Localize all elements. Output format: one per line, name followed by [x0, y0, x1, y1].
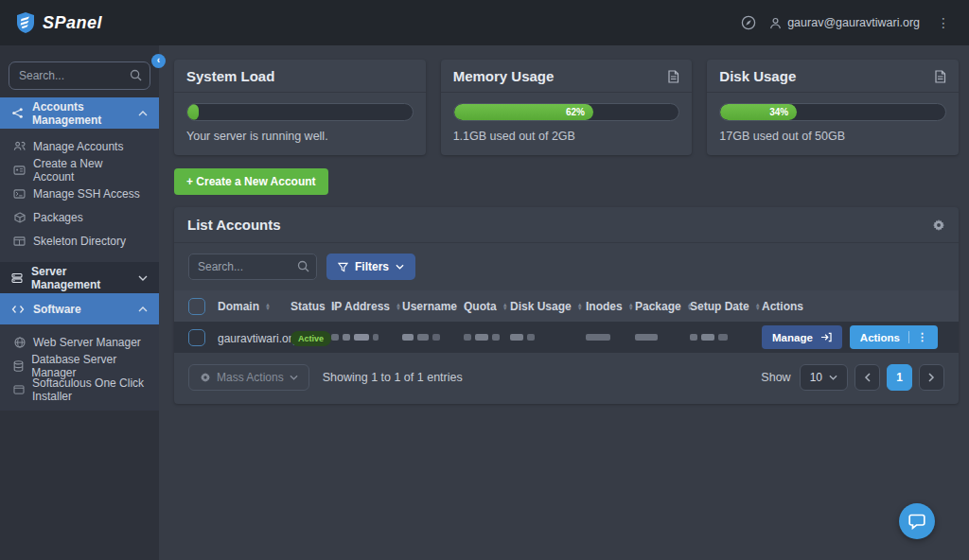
chevron-down-icon — [138, 275, 148, 281]
column-header-disk-usage[interactable]: Disk Usage▲▼ — [510, 300, 586, 313]
column-header-username[interactable]: Username▲▼ — [402, 300, 464, 313]
main-content: System Load Your server is running well.… — [159, 45, 969, 560]
search-icon — [297, 260, 309, 272]
card-memory-usage: Memory Usage 62% 1.1GB used out of 2GB — [441, 60, 693, 155]
filters-button[interactable]: Filters — [326, 254, 415, 280]
mass-actions-label: Mass Actions — [217, 371, 284, 384]
redacted-setup-date — [690, 334, 762, 341]
sidebar-group-accounts-management[interactable]: Accounts Management — [0, 97, 159, 129]
software-items: Web Server Manager Database Server Manag… — [0, 324, 159, 411]
compass-icon[interactable] — [741, 15, 756, 30]
share-nodes-icon — [11, 107, 24, 119]
sidebar-group-software[interactable]: Software — [0, 293, 159, 324]
card-title: System Load — [186, 68, 274, 84]
memory-usage-progressbar: 62% — [453, 103, 680, 121]
chevron-down-icon — [290, 375, 298, 380]
select-all-checkbox[interactable] — [188, 298, 205, 315]
create-new-account-button[interactable]: + Create a New Account — [174, 168, 328, 195]
sort-icon: ▲▼ — [502, 303, 508, 310]
sidebar-item-softaculous-one-click-installer[interactable]: Softaculous One Click Installer — [0, 377, 159, 401]
filter-funnel-icon — [338, 262, 348, 272]
chevron-up-icon — [138, 306, 148, 312]
column-header-domain[interactable]: Domain▲▼ — [218, 300, 291, 313]
sidebar-item-label: Database Server Manager — [31, 353, 146, 379]
sidebar-item-label: Create a New Account — [33, 157, 146, 184]
page-size-select[interactable]: 10 — [800, 364, 848, 391]
list-accounts-panel: List Accounts Filters — [174, 207, 959, 404]
chat-bubble-icon — [908, 514, 925, 530]
report-file-icon[interactable] — [934, 70, 946, 83]
table-row: gauravtiwari.org Active — [174, 322, 959, 353]
sidebar-item-label: Packages — [33, 211, 83, 224]
table-icon — [13, 236, 26, 246]
column-header-ip-address[interactable]: IP Address▲▼ — [331, 300, 402, 313]
sort-icon: ▲▼ — [628, 303, 634, 310]
user-menu[interactable]: gaurav@gauravtiwari.org — [769, 16, 920, 29]
live-chat-button[interactable] — [899, 503, 935, 539]
sidebar-item-label: Manage SSH Access — [33, 187, 140, 201]
sidebar-item-label: Web Server Manager — [33, 336, 141, 349]
previous-page-button[interactable] — [854, 364, 880, 391]
mass-actions-button[interactable]: Mass Actions — [188, 364, 309, 391]
showing-entries-text: Showing 1 to 1 of 1 entries — [323, 371, 463, 384]
chevron-left-icon — [864, 373, 871, 382]
globe-icon — [13, 337, 26, 348]
sidebar-item-manage-ssh-access[interactable]: Manage SSH Access — [0, 182, 159, 205]
window-icon — [13, 385, 25, 394]
kebab-menu-icon[interactable]: ⋮ — [933, 14, 954, 31]
sidebar-item-packages[interactable]: Packages — [0, 205, 159, 229]
sort-icon: ▲▼ — [265, 303, 271, 310]
sidebar-item-label: Skeleton Directory — [33, 235, 126, 248]
column-header-status[interactable]: Status▲▼ — [291, 300, 331, 313]
column-header-quota[interactable]: Quota▲▼ — [464, 300, 510, 313]
disk-usage-percent: 34% — [769, 107, 797, 117]
memory-usage-percent: 62% — [566, 107, 593, 117]
sort-icon: ▲▼ — [396, 303, 401, 310]
chevron-up-icon — [138, 111, 148, 116]
table-footer: Mass Actions Showing 1 to 1 of 1 entries… — [174, 353, 959, 404]
actions-label: Actions — [860, 332, 900, 343]
card-disk-usage: Disk Usage 34% 17GB used out of 50GB — [707, 60, 959, 155]
sidebar-item-skeleton-directory[interactable]: Skeleton Directory — [0, 229, 159, 253]
database-icon — [13, 360, 24, 372]
search-icon — [130, 69, 142, 81]
users-icon — [13, 141, 26, 151]
group-label: Accounts Management — [32, 100, 130, 127]
actions-button[interactable]: Actions ⋮ — [850, 325, 938, 349]
spanel-shield-icon — [15, 11, 36, 34]
redacted-package — [635, 334, 690, 341]
brand-logo[interactable]: SPanel — [15, 11, 102, 34]
manage-button[interactable]: Manage — [762, 325, 842, 349]
show-label: Show — [761, 371, 790, 384]
row-checkbox[interactable] — [188, 329, 205, 346]
manage-label: Manage — [772, 332, 813, 343]
sidebar-group-server-management[interactable]: Server Management — [0, 262, 159, 293]
next-page-button[interactable] — [919, 364, 944, 391]
card-title: Disk Usage — [719, 68, 796, 84]
sign-in-icon — [820, 332, 832, 342]
gear-icon[interactable] — [932, 219, 945, 232]
status-badge: Active — [291, 331, 331, 346]
redacted-disk-usage — [510, 334, 586, 341]
system-load-progressbar — [186, 103, 414, 121]
sidebar-item-database-server-manager[interactable]: Database Server Manager — [0, 354, 159, 377]
user-icon — [769, 17, 782, 29]
brand-name: SPanel — [43, 13, 102, 33]
page-size-value: 10 — [810, 371, 822, 384]
card-system-load: System Load Your server is running well. — [174, 60, 426, 155]
group-label: Software — [33, 303, 81, 316]
column-header-setup-date[interactable]: Setup Date▲▼ — [690, 300, 762, 313]
list-accounts-title: List Accounts — [187, 217, 281, 233]
sidebar-collapse-button[interactable]: ‹ — [151, 54, 166, 68]
report-file-icon[interactable] — [667, 70, 679, 83]
column-header-inodes[interactable]: Inodes▲▼ — [586, 300, 635, 313]
sidebar-item-create-a-new-account[interactable]: Create a New Account — [0, 158, 159, 182]
sidebar-item-web-server-manager[interactable]: Web Server Manager — [0, 330, 159, 354]
column-header-package[interactable]: Package▲▼ — [635, 300, 690, 313]
redacted-username — [402, 334, 464, 341]
page-1-button[interactable]: 1 — [887, 364, 912, 391]
sidebar-item-manage-accounts[interactable]: Manage Accounts — [0, 134, 159, 158]
sidebar: ‹ Accounts Management Manage Accounts Cr… — [0, 45, 159, 560]
chevron-down-icon — [829, 375, 837, 380]
disk-usage-progressbar: 34% — [719, 103, 946, 121]
